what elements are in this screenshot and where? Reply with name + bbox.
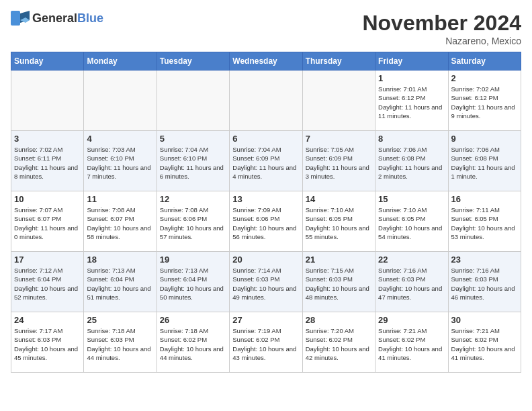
day-info: Sunrise: 7:14 AM Sunset: 6:03 PM Dayligh…: [232, 266, 299, 302]
week-row-1: 1Sunrise: 7:01 AM Sunset: 6:12 PM Daylig…: [11, 71, 521, 131]
day-number: 25: [87, 315, 153, 325]
day-number: 24: [14, 315, 81, 325]
calendar-body: 1Sunrise: 7:01 AM Sunset: 6:12 PM Daylig…: [11, 71, 521, 373]
day-info: Sunrise: 7:02 AM Sunset: 6:11 PM Dayligh…: [14, 145, 81, 181]
calendar-cell: 2Sunrise: 7:02 AM Sunset: 6:12 PM Daylig…: [448, 71, 521, 131]
day-number: 12: [160, 194, 226, 204]
calendar-cell: 12Sunrise: 7:08 AM Sunset: 6:06 PM Dayli…: [157, 191, 229, 252]
day-info: Sunrise: 7:06 AM Sunset: 6:08 PM Dayligh…: [378, 145, 445, 181]
calendar-cell: 5Sunrise: 7:04 AM Sunset: 6:10 PM Daylig…: [157, 131, 229, 191]
day-of-week-monday: Monday: [84, 52, 157, 71]
day-info: Sunrise: 7:18 AM Sunset: 6:03 PM Dayligh…: [87, 326, 153, 362]
day-info: Sunrise: 7:17 AM Sunset: 6:03 PM Dayligh…: [14, 326, 81, 362]
day-info: Sunrise: 7:08 AM Sunset: 6:06 PM Dayligh…: [160, 205, 226, 241]
calendar-cell: 23Sunrise: 7:16 AM Sunset: 6:03 PM Dayli…: [448, 252, 521, 312]
calendar-cell: [230, 71, 302, 131]
day-info: Sunrise: 7:21 AM Sunset: 6:02 PM Dayligh…: [451, 326, 518, 362]
calendar-cell: 14Sunrise: 7:10 AM Sunset: 6:05 PM Dayli…: [302, 191, 375, 252]
day-number: 20: [232, 255, 299, 265]
week-row-2: 3Sunrise: 7:02 AM Sunset: 6:11 PM Daylig…: [11, 131, 521, 191]
day-info: Sunrise: 7:02 AM Sunset: 6:12 PM Dayligh…: [451, 85, 518, 120]
calendar-cell: 20Sunrise: 7:14 AM Sunset: 6:03 PM Dayli…: [230, 252, 302, 312]
calendar-cell: 29Sunrise: 7:21 AM Sunset: 6:02 PM Dayli…: [375, 312, 448, 373]
day-info: Sunrise: 7:18 AM Sunset: 6:02 PM Dayligh…: [160, 326, 226, 362]
calendar-cell: 26Sunrise: 7:18 AM Sunset: 6:02 PM Dayli…: [157, 312, 229, 373]
calendar-cell: 7Sunrise: 7:05 AM Sunset: 6:09 PM Daylig…: [302, 131, 375, 191]
day-info: Sunrise: 7:03 AM Sunset: 6:10 PM Dayligh…: [87, 145, 153, 181]
day-number: 15: [378, 194, 445, 204]
calendar: SundayMondayTuesdayWednesdayThursdayFrid…: [11, 52, 521, 373]
calendar-cell: 11Sunrise: 7:08 AM Sunset: 6:07 PM Dayli…: [84, 191, 157, 252]
calendar-cell: [302, 71, 375, 131]
calendar-cell: 10Sunrise: 7:07 AM Sunset: 6:07 PM Dayli…: [11, 191, 84, 252]
day-number: 7: [306, 134, 372, 144]
day-info: Sunrise: 7:16 AM Sunset: 6:03 PM Dayligh…: [451, 266, 518, 302]
location: Nazareno, Mexico: [362, 36, 521, 46]
days-of-week-row: SundayMondayTuesdayWednesdayThursdayFrid…: [11, 52, 521, 71]
day-of-week-wednesday: Wednesday: [230, 52, 302, 71]
day-info: Sunrise: 7:06 AM Sunset: 6:08 PM Dayligh…: [451, 145, 518, 181]
day-number: 10: [14, 194, 81, 204]
calendar-cell: 9Sunrise: 7:06 AM Sunset: 6:08 PM Daylig…: [448, 131, 521, 191]
calendar-cell: 17Sunrise: 7:12 AM Sunset: 6:04 PM Dayli…: [11, 252, 84, 312]
day-number: 6: [232, 134, 299, 144]
calendar-cell: 3Sunrise: 7:02 AM Sunset: 6:11 PM Daylig…: [11, 131, 84, 191]
day-number: 19: [160, 255, 226, 265]
calendar-header: SundayMondayTuesdayWednesdayThursdayFrid…: [11, 52, 521, 71]
day-info: Sunrise: 7:08 AM Sunset: 6:07 PM Dayligh…: [87, 205, 153, 241]
calendar-cell: 1Sunrise: 7:01 AM Sunset: 6:12 PM Daylig…: [375, 71, 448, 131]
day-number: 23: [451, 255, 518, 265]
calendar-cell: 21Sunrise: 7:15 AM Sunset: 6:03 PM Dayli…: [302, 252, 375, 312]
calendar-cell: 13Sunrise: 7:09 AM Sunset: 6:06 PM Dayli…: [230, 191, 302, 252]
day-of-week-tuesday: Tuesday: [157, 52, 229, 71]
calendar-cell: 4Sunrise: 7:03 AM Sunset: 6:10 PM Daylig…: [84, 131, 157, 191]
day-info: Sunrise: 7:07 AM Sunset: 6:07 PM Dayligh…: [14, 205, 81, 241]
day-info: Sunrise: 7:16 AM Sunset: 6:03 PM Dayligh…: [378, 266, 445, 302]
day-number: 28: [306, 315, 372, 325]
day-info: Sunrise: 7:10 AM Sunset: 6:05 PM Dayligh…: [378, 205, 445, 241]
day-of-week-saturday: Saturday: [448, 52, 521, 71]
day-of-week-sunday: Sunday: [11, 52, 84, 71]
calendar-cell: 25Sunrise: 7:18 AM Sunset: 6:03 PM Dayli…: [84, 312, 157, 373]
week-row-5: 24Sunrise: 7:17 AM Sunset: 6:03 PM Dayli…: [11, 312, 521, 373]
week-row-4: 17Sunrise: 7:12 AM Sunset: 6:04 PM Dayli…: [11, 252, 521, 312]
day-of-week-thursday: Thursday: [302, 52, 375, 71]
calendar-cell: 27Sunrise: 7:19 AM Sunset: 6:02 PM Dayli…: [230, 312, 302, 373]
header: GeneralBlue November 2024 Nazareno, Mexi…: [11, 11, 521, 46]
calendar-cell: 8Sunrise: 7:06 AM Sunset: 6:08 PM Daylig…: [375, 131, 448, 191]
svg-rect-0: [11, 11, 20, 26]
logo: GeneralBlue: [11, 11, 103, 26]
day-number: 22: [378, 255, 445, 265]
calendar-cell: 28Sunrise: 7:20 AM Sunset: 6:02 PM Dayli…: [302, 312, 375, 373]
day-number: 9: [451, 134, 518, 144]
day-info: Sunrise: 7:15 AM Sunset: 6:03 PM Dayligh…: [306, 266, 372, 302]
day-info: Sunrise: 7:05 AM Sunset: 6:09 PM Dayligh…: [306, 145, 372, 181]
day-number: 4: [87, 134, 153, 144]
day-info: Sunrise: 7:19 AM Sunset: 6:02 PM Dayligh…: [232, 326, 299, 362]
day-number: 18: [87, 255, 153, 265]
calendar-cell: 19Sunrise: 7:13 AM Sunset: 6:04 PM Dayli…: [157, 252, 229, 312]
day-info: Sunrise: 7:10 AM Sunset: 6:05 PM Dayligh…: [306, 205, 372, 241]
day-of-week-friday: Friday: [375, 52, 448, 71]
day-number: 27: [232, 315, 299, 325]
logo-icon: [11, 11, 30, 26]
day-info: Sunrise: 7:12 AM Sunset: 6:04 PM Dayligh…: [14, 266, 81, 302]
calendar-cell: 15Sunrise: 7:10 AM Sunset: 6:05 PM Dayli…: [375, 191, 448, 252]
day-number: 1: [378, 73, 445, 83]
calendar-cell: 30Sunrise: 7:21 AM Sunset: 6:02 PM Dayli…: [448, 312, 521, 373]
logo-text-blue: Blue: [77, 11, 103, 25]
day-info: Sunrise: 7:20 AM Sunset: 6:02 PM Dayligh…: [306, 326, 372, 362]
day-number: 30: [451, 315, 518, 325]
calendar-cell: 22Sunrise: 7:16 AM Sunset: 6:03 PM Dayli…: [375, 252, 448, 312]
title-area: November 2024 Nazareno, Mexico: [362, 11, 521, 46]
day-number: 14: [306, 194, 372, 204]
logo-text-general: General: [32, 11, 77, 25]
calendar-cell: 6Sunrise: 7:04 AM Sunset: 6:09 PM Daylig…: [230, 131, 302, 191]
week-row-3: 10Sunrise: 7:07 AM Sunset: 6:07 PM Dayli…: [11, 191, 521, 252]
calendar-cell: [157, 71, 229, 131]
day-number: 2: [451, 73, 518, 83]
calendar-cell: 18Sunrise: 7:13 AM Sunset: 6:04 PM Dayli…: [84, 252, 157, 312]
day-info: Sunrise: 7:13 AM Sunset: 6:04 PM Dayligh…: [160, 266, 226, 302]
day-info: Sunrise: 7:01 AM Sunset: 6:12 PM Dayligh…: [378, 85, 445, 120]
day-info: Sunrise: 7:11 AM Sunset: 6:05 PM Dayligh…: [451, 205, 518, 241]
